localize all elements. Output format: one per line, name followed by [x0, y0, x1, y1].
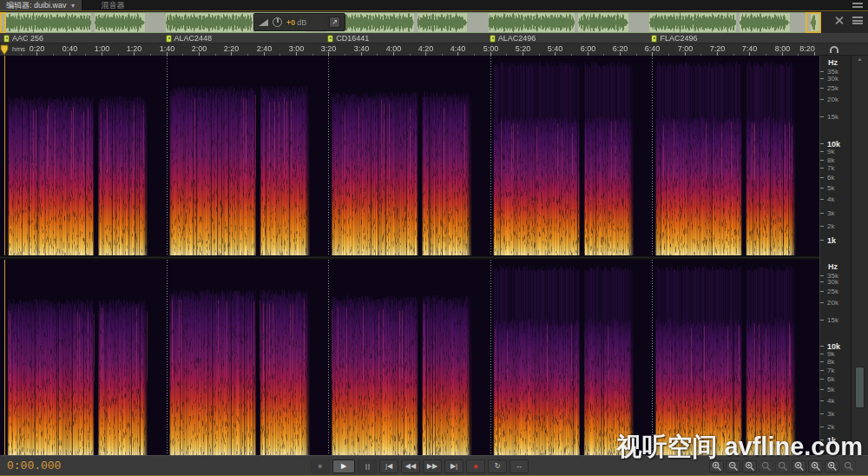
freq-tick — [820, 226, 824, 227]
marker-flag-icon[interactable] — [327, 35, 333, 43]
volume-hud[interactable]: +0 dB ↗ — [253, 13, 345, 31]
tab-editor[interactable]: 编辑器: duibi.wav ▼ — [0, 0, 82, 10]
tools-icon[interactable] — [834, 16, 844, 25]
freq-tick — [820, 354, 824, 354]
snap-magnet-icon[interactable] — [830, 46, 838, 53]
marker-flag[interactable]: ALAC2496 — [490, 34, 536, 43]
rewind-button[interactable]: ◀◀ — [401, 459, 420, 473]
panel-tab-bar: 编辑器: duibi.wav ▼ 混音器 — [0, 0, 868, 11]
freq-tick — [820, 160, 824, 161]
marker-row[interactable]: AAC 256ALAC2448CD16441ALAC2496FLAC2496 — [0, 33, 868, 43]
freq-tick — [820, 302, 824, 303]
marker-flag-icon[interactable] — [166, 35, 172, 43]
freq-tick — [820, 71, 824, 72]
freq-tick-label: 30k — [827, 278, 838, 286]
overview-navigator[interactable]: +0 dB ↗ — [0, 12, 868, 33]
freq-tick-label: 20k — [827, 96, 838, 103]
marker-flag[interactable]: FLAC2496 — [651, 34, 697, 43]
transport-controls: ■▶|◀◀◀▶▶▶|●↻↔ — [311, 459, 529, 473]
freq-tick — [820, 99, 824, 100]
freq-tick — [820, 78, 824, 79]
panel-options-icon[interactable] — [852, 3, 863, 9]
scrollbar-thumb[interactable] — [855, 367, 865, 408]
freq-axis-unit: Hz — [828, 262, 838, 271]
volume-knob-icon[interactable] — [273, 17, 282, 27]
freq-tick-label: 8k — [827, 358, 834, 366]
freq-tick — [820, 291, 824, 292]
freq-tick-label: 5k — [827, 184, 834, 192]
fast-forward-button[interactable]: ▶▶ — [423, 459, 442, 473]
freq-tick-label: 2k — [827, 222, 834, 230]
freq-tick — [820, 143, 824, 144]
marker-flag[interactable]: ALAC2448 — [166, 34, 213, 43]
overview-waveform[interactable] — [0, 12, 821, 33]
fade-slope-icon — [259, 19, 268, 26]
freq-tick — [820, 168, 824, 169]
freq-tick — [820, 213, 824, 214]
skip-to-end-button[interactable]: ▶| — [444, 459, 464, 473]
volume-db-value[interactable]: +0 — [286, 18, 295, 27]
freq-tick-label: 15k — [827, 113, 838, 121]
marker-flag-icon[interactable] — [3, 35, 10, 43]
playhead-time-display[interactable]: 0:00.000 — [7, 459, 61, 473]
freq-tick — [820, 275, 824, 276]
view-range-left-handle[interactable] — [0, 12, 6, 33]
freq-tick-label: 8k — [827, 156, 834, 164]
skip-selection-button[interactable]: ↔ — [510, 459, 529, 473]
marker-label: ALAC2448 — [174, 34, 213, 43]
editor-main-area: Hz35k30k25k20k15k10k9k8k7k6k5k4k3k2k1k H… — [0, 56, 868, 455]
freq-tick-label: 1k — [827, 236, 836, 245]
tab-editor-label: 编辑器: duibi.wav — [6, 0, 67, 11]
freq-tick-label: 25k — [827, 84, 838, 92]
play-button[interactable]: ▶ — [332, 459, 355, 473]
properties-icon[interactable] — [852, 17, 863, 24]
pause-button[interactable] — [358, 459, 377, 473]
freq-tick — [820, 151, 824, 152]
frequency-axis-column[interactable]: Hz35k30k25k20k15k10k9k8k7k6k5k4k3k2k1k H… — [819, 56, 851, 455]
spectrogram-channel-right[interactable] — [0, 260, 819, 455]
freq-tick — [820, 88, 824, 89]
freq-tick — [820, 389, 824, 390]
freq-tick-label: 30k — [827, 75, 838, 83]
marker-flag-icon[interactable] — [490, 35, 496, 43]
freq-tick-label: 7k — [827, 367, 834, 374]
spectrogram-channel-left[interactable] — [0, 56, 819, 255]
marker-label: FLAC2496 — [660, 34, 697, 43]
frequency-axis-right-channel[interactable]: Hz35k30k25k20k15k10k9k8k7k6k5k4k3k2k1k — [820, 260, 852, 455]
freq-tick — [820, 199, 824, 200]
freq-tick-label: 6k — [827, 375, 834, 383]
time-ruler[interactable] — [0, 43, 868, 56]
tab-mixer-label: 混音器 — [101, 0, 124, 11]
vertical-scrollbar[interactable]: ▲ ▼ — [851, 56, 868, 455]
view-range-right-handle[interactable] — [806, 12, 821, 33]
time-ruler-canvas[interactable] — [0, 43, 819, 56]
freq-tick — [820, 400, 824, 401]
record-button[interactable]: ● — [466, 459, 485, 473]
marker-label: AAC 256 — [12, 34, 43, 43]
chevron-down-icon[interactable]: ▼ — [70, 3, 76, 9]
freq-tick-label: 7k — [827, 164, 834, 172]
loop-playback-button[interactable]: ↻ — [488, 459, 507, 473]
freq-tick-label: 6k — [827, 174, 834, 182]
freq-tick — [820, 240, 824, 241]
frequency-axis-left-channel[interactable]: Hz35k30k25k20k15k10k9k8k7k6k5k4k3k2k1k — [820, 56, 852, 255]
marker-flag[interactable]: AAC 256 — [3, 34, 43, 43]
volume-db-unit: dB — [297, 18, 306, 27]
scroll-up-icon[interactable]: ▲ — [852, 56, 868, 62]
freq-tick-label: 4k — [827, 195, 834, 203]
freq-tick-label: 9k — [827, 148, 834, 155]
freq-tick-label: 3k — [827, 410, 834, 418]
freq-tick — [820, 177, 824, 178]
hud-detach-icon[interactable]: ↗ — [329, 17, 340, 28]
marker-flag-icon[interactable] — [651, 35, 657, 43]
marker-flag[interactable]: CD16441 — [327, 34, 369, 43]
freq-tick-label: 9k — [827, 350, 834, 358]
stop-button[interactable]: ■ — [311, 459, 330, 473]
marker-label: ALAC2496 — [498, 34, 536, 43]
freq-tick — [820, 370, 824, 371]
freq-tick-label: 15k — [827, 316, 838, 324]
marker-label: CD16441 — [336, 34, 369, 43]
tab-mixer[interactable]: 混音器 — [95, 0, 130, 10]
skip-to-start-button[interactable]: |◀ — [379, 459, 398, 473]
freq-tick — [820, 361, 824, 362]
